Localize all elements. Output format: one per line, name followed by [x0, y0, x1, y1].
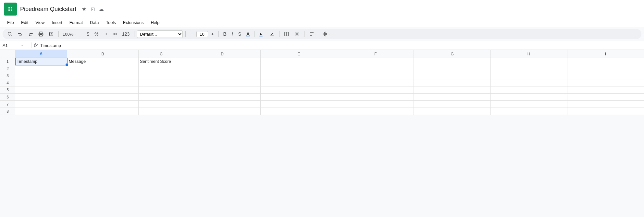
cell-A1[interactable]: Timestamp [15, 58, 67, 65]
cell-H6[interactable] [490, 94, 567, 101]
currency-button[interactable]: $ [85, 30, 91, 38]
align-button[interactable] [307, 30, 319, 38]
cell-F4[interactable] [337, 79, 414, 86]
cell-E3[interactable] [261, 72, 337, 79]
cell-C3[interactable] [139, 72, 184, 79]
cell-I1[interactable] [567, 58, 644, 65]
cell-ref-input[interactable] [3, 43, 19, 48]
menu-tools[interactable]: Tools [103, 19, 119, 26]
cell-I4[interactable] [567, 79, 644, 86]
cell-H7[interactable] [490, 101, 567, 108]
cell-C1[interactable]: Sentiment Score [139, 58, 184, 65]
cell-C5[interactable] [139, 86, 184, 94]
cell-I2[interactable] [567, 65, 644, 72]
decimal-inc-button[interactable]: .00 [110, 31, 119, 37]
menu-edit[interactable]: Edit [18, 19, 31, 26]
cell-E5[interactable] [261, 86, 337, 94]
format-paint-button[interactable] [47, 30, 56, 38]
undo-button[interactable] [16, 30, 25, 38]
cell-E6[interactable] [261, 94, 337, 101]
cell-F7[interactable] [337, 101, 414, 108]
cell-B4[interactable] [67, 79, 139, 86]
cell-B3[interactable] [67, 72, 139, 79]
format-123-button[interactable]: 123 [120, 30, 131, 38]
cell-D6[interactable] [184, 94, 261, 101]
cell-F8[interactable] [337, 108, 414, 115]
col-header-F[interactable]: F [337, 50, 414, 58]
menu-extensions[interactable]: Extensions [120, 19, 147, 26]
percent-button[interactable]: % [93, 30, 100, 38]
fill-color-button[interactable] [267, 30, 277, 38]
cell-B2[interactable] [67, 65, 139, 72]
merge-cells-button[interactable] [292, 30, 302, 38]
cell-G4[interactable] [414, 79, 490, 86]
cell-B8[interactable] [67, 108, 139, 115]
cell-E1[interactable] [261, 58, 337, 65]
cell-G2[interactable] [414, 65, 490, 72]
cell-C2[interactable] [139, 65, 184, 72]
decimal-dec-button[interactable]: .0 [102, 31, 109, 37]
cell-G7[interactable] [414, 101, 490, 108]
bold-button[interactable]: B [221, 30, 229, 38]
menu-format[interactable]: Format [66, 19, 86, 26]
redo-button[interactable] [26, 30, 35, 38]
cell-A4[interactable] [15, 79, 67, 86]
cell-C7[interactable] [139, 101, 184, 108]
cell-A2[interactable] [15, 65, 67, 72]
cell-D1[interactable] [184, 58, 261, 65]
cell-F3[interactable] [337, 72, 414, 79]
italic-button[interactable]: I [230, 30, 235, 38]
cell-C8[interactable] [139, 108, 184, 115]
cell-H2[interactable] [490, 65, 567, 72]
cell-A8[interactable] [15, 108, 67, 115]
col-header-B[interactable]: B [67, 50, 139, 58]
col-header-A[interactable]: A [15, 50, 67, 58]
cell-D2[interactable] [184, 65, 261, 72]
cell-C6[interactable] [139, 94, 184, 101]
cell-I6[interactable] [567, 94, 644, 101]
col-header-G[interactable]: G [414, 50, 490, 58]
strikethrough-button[interactable]: S [236, 30, 243, 38]
menu-help[interactable]: Help [147, 19, 163, 26]
cell-E8[interactable] [261, 108, 337, 115]
cell-A7[interactable] [15, 101, 67, 108]
cell-I7[interactable] [567, 101, 644, 108]
cell-G6[interactable] [414, 94, 490, 101]
print-button[interactable] [36, 30, 45, 38]
col-header-D[interactable]: D [184, 50, 261, 58]
menu-insert[interactable]: Insert [48, 19, 66, 26]
col-header-E[interactable]: E [261, 50, 337, 58]
formula-input[interactable] [40, 43, 641, 48]
cell-D8[interactable] [184, 108, 261, 115]
menu-file[interactable]: File [4, 19, 17, 26]
cell-D3[interactable] [184, 72, 261, 79]
col-header-H[interactable]: H [490, 50, 567, 58]
search-button[interactable] [5, 30, 14, 38]
cell-ref-dropdown-icon[interactable] [20, 43, 24, 47]
cell-B1[interactable]: Message [67, 58, 139, 65]
cell-E4[interactable] [261, 79, 337, 86]
cell-selection-handle[interactable] [66, 63, 68, 66]
cell-I8[interactable] [567, 108, 644, 115]
cell-A6[interactable] [15, 94, 67, 101]
cell-F6[interactable] [337, 94, 414, 101]
cell-D7[interactable] [184, 101, 261, 108]
cell-B6[interactable] [67, 94, 139, 101]
valign-button[interactable] [321, 30, 333, 38]
borders-button[interactable] [282, 30, 291, 38]
cell-B7[interactable] [67, 101, 139, 108]
col-header-C[interactable]: C [139, 50, 184, 58]
font-size-increase-button[interactable]: + [209, 30, 216, 38]
cell-G8[interactable] [414, 108, 490, 115]
cell-H3[interactable] [490, 72, 567, 79]
cloud-icon[interactable]: ☁ [99, 6, 104, 12]
underline-button[interactable]: A [244, 30, 252, 38]
menu-view[interactable]: View [32, 19, 48, 26]
cell-D4[interactable] [184, 79, 261, 86]
cell-B5[interactable] [67, 86, 139, 94]
cell-H5[interactable] [490, 86, 567, 94]
folder-icon[interactable]: ⊡ [91, 6, 95, 12]
cell-I3[interactable] [567, 72, 644, 79]
cell-H8[interactable] [490, 108, 567, 115]
cell-D5[interactable] [184, 86, 261, 94]
